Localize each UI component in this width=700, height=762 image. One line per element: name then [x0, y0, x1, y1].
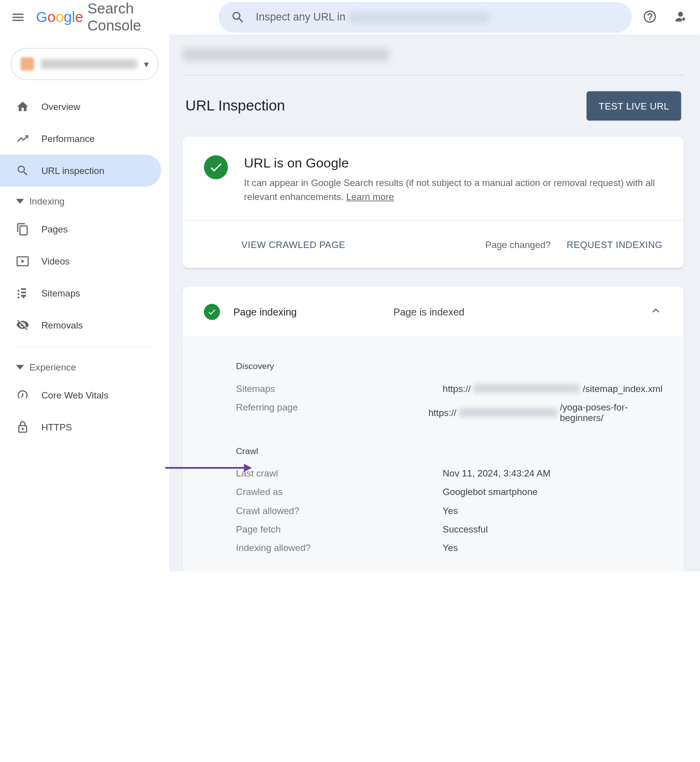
sidebar-item-videos[interactable]: Videos [0, 246, 162, 278]
pages-icon [16, 222, 30, 236]
property-favicon [20, 58, 34, 71]
search-input[interactable]: Inspect any URL in [218, 2, 632, 32]
sidebar-item-label: Performance [42, 134, 95, 144]
logo[interactable]: Google Search Console [36, 0, 141, 34]
inspected-url-breadcrumb [182, 34, 684, 74]
caret-down-icon [16, 198, 24, 206]
page-changed-label: Page changed? [486, 239, 551, 250]
sidebar-section-experience[interactable]: Experience [0, 352, 170, 379]
sidebar-item-overview[interactable]: Overview [0, 90, 162, 122]
indexing-label: Page indexing [234, 306, 380, 318]
video-icon [16, 254, 30, 268]
users-icon[interactable] [673, 9, 688, 26]
redacted-url [182, 48, 389, 62]
indexing-allowed-label: Indexing allowed? [236, 542, 442, 553]
divider [16, 346, 154, 347]
main-content: URL Inspection TEST LIVE URL URL is on G… [170, 34, 700, 572]
property-selector[interactable]: ▾ [10, 48, 158, 80]
sidebar-item-label: URL inspection [42, 166, 104, 176]
check-icon [204, 304, 220, 320]
trending-icon [16, 132, 30, 146]
indexing-allowed-value: Yes [442, 542, 458, 553]
status-card: URL is on Google It can appear in Google… [182, 136, 684, 268]
page-indexing-card: Page indexing Page is indexed Discovery … [182, 286, 684, 572]
sidebar-item-url-inspection[interactable]: URL inspection [0, 154, 162, 186]
caret-down-icon [16, 363, 24, 371]
sidebar-item-label: Overview [42, 102, 80, 112]
referring-page-label: Referring page [236, 402, 428, 424]
page-fetch-value: Successful [442, 524, 488, 534]
sitemap-icon [16, 286, 30, 300]
search-placeholder: Inspect any URL in [256, 12, 346, 24]
view-crawled-page-button[interactable]: VIEW CRAWLED PAGE [242, 239, 346, 250]
app-header: Google Search Console Inspect any URL in [0, 0, 700, 34]
discovery-heading: Discovery [236, 361, 662, 371]
page-fetch-label: Page fetch [236, 524, 442, 534]
learn-more-link[interactable]: Learn more [346, 192, 394, 202]
check-icon [204, 156, 228, 180]
test-live-url-button[interactable]: TEST LIVE URL [587, 92, 682, 121]
referring-page-value: https:///yoga-poses-for-beginners/ [428, 402, 662, 424]
sidebar: ▾ Overview Performance URL inspection In… [0, 34, 170, 572]
page-title: URL Inspection [186, 98, 285, 115]
search-icon [230, 10, 245, 24]
page-indexing-header[interactable]: Page indexing Page is indexed [182, 286, 684, 337]
sidebar-section-indexing[interactable]: Indexing [0, 186, 170, 213]
crawl-allowed-value: Yes [442, 505, 458, 516]
last-crawl-label: Last crawl [236, 468, 442, 478]
sidebar-item-performance[interactable]: Performance [0, 122, 162, 154]
indexing-status: Page is indexed [394, 306, 636, 318]
menu-icon[interactable] [10, 10, 25, 26]
sidebar-item-https[interactable]: HTTPS [0, 411, 162, 443]
visibility-off-icon [16, 318, 30, 332]
help-icon[interactable] [642, 9, 657, 26]
search-icon [16, 164, 30, 178]
sitemaps-label: Sitemaps [236, 383, 442, 394]
speed-icon [16, 388, 30, 402]
status-title: URL is on Google [244, 156, 662, 171]
chevron-down-icon: ▾ [144, 58, 148, 69]
status-description: It can appear in Google Search results (… [244, 176, 662, 204]
request-indexing-button[interactable]: REQUEST INDEXING [566, 239, 662, 250]
chevron-up-icon [649, 304, 662, 320]
sidebar-item-cwv[interactable]: Core Web Vitals [0, 379, 162, 411]
redacted-domain [350, 12, 490, 24]
last-crawl-value: Nov 11, 2024, 3:43:24 AM [442, 468, 550, 478]
sitemaps-value: https:///sitemap_index.xml [442, 383, 662, 394]
crawled-as-value: Googlebot smartphone [442, 486, 538, 497]
crawl-heading: Crawl [236, 446, 662, 456]
property-name-redacted [40, 60, 137, 69]
sidebar-item-removals[interactable]: Removals [0, 310, 162, 342]
lock-icon [16, 420, 30, 434]
home-icon [16, 100, 30, 114]
crawled-as-label: Crawled as [236, 486, 442, 497]
sidebar-item-sitemaps[interactable]: Sitemaps [0, 278, 162, 310]
logo-suffix: Search Console [88, 0, 142, 34]
sidebar-item-pages[interactable]: Pages [0, 214, 162, 246]
crawl-allowed-label: Crawl allowed? [236, 505, 442, 516]
